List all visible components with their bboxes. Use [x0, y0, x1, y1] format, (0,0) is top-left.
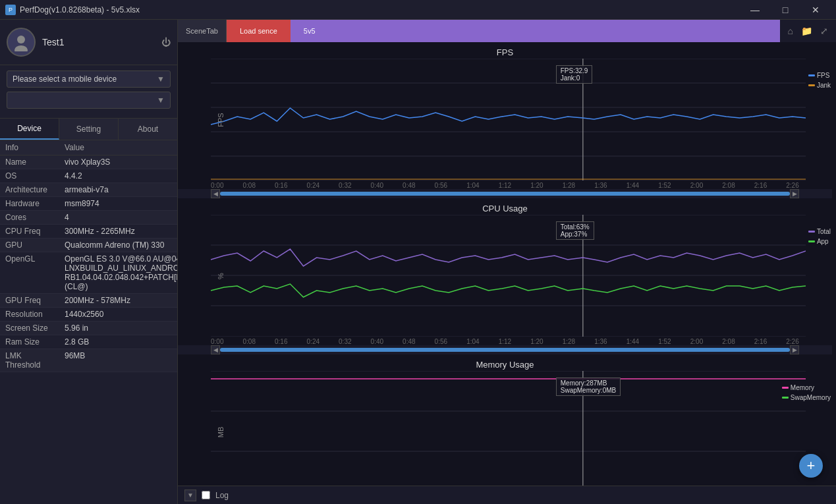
- info-cell: Architecture: [0, 183, 59, 197]
- minimize-button[interactable]: —: [740, 0, 770, 20]
- value-cell: OpenGL ES 3.0 V@66.0 AU@04.04.02.048.042…: [59, 252, 177, 294]
- value-cell: armeabi-v7a: [59, 183, 177, 197]
- cpu-scrollbar: ◀ ▶: [178, 345, 832, 354]
- left-panel: Test1 ⏻ Please select a mobile device ▼ …: [0, 20, 178, 504]
- chevron-down-icon-2: ▼: [157, 96, 165, 105]
- info-cell: Hardware: [0, 197, 59, 211]
- avatar: [7, 28, 36, 57]
- expand-icon[interactable]: ⤢: [819, 24, 829, 38]
- x-tick: 1:20: [530, 338, 543, 345]
- cpu-legend: Total App: [808, 228, 831, 248]
- chevron-down-icon: ▼: [157, 74, 165, 84]
- tab-bar: Device Setting About: [0, 119, 177, 140]
- memory-chart-body: MB Memory:287MBSwapMemory:0: [211, 371, 806, 486]
- info-cell: OpenGL: [0, 252, 59, 294]
- tab-device[interactable]: Device: [0, 119, 59, 140]
- cpu-scroll-right[interactable]: ▶: [790, 345, 799, 354]
- x-tick: 1:12: [499, 338, 511, 345]
- x-tick: 0:16: [275, 338, 287, 345]
- value-cell: 4: [59, 211, 177, 225]
- scene-tab-5v5[interactable]: 5v5: [291, 20, 780, 42]
- fps-scrollbar: ◀ ▶: [178, 189, 832, 198]
- fps-legend-jank: Jank: [817, 82, 831, 89]
- x-tick: 1:52: [658, 338, 671, 345]
- cpu-scrollbar-track[interactable]: [220, 348, 790, 352]
- x-tick: 0:40: [371, 182, 383, 189]
- table-row: OpenGLOpenGL ES 3.0 V@66.0 AU@04.04.02.0…: [0, 252, 177, 294]
- cpu-chart-title: CPU Usage: [178, 201, 832, 215]
- x-tick: 2:08: [722, 182, 735, 189]
- table-row: Namevivo Xplay3S: [0, 155, 177, 169]
- device-select-text: Please select a mobile device: [13, 74, 117, 84]
- x-tick: 1:28: [563, 182, 575, 189]
- info-cell: Ram Size: [0, 335, 59, 349]
- info-cell: Screen Size: [0, 322, 59, 335]
- cpu-chart-container: CPU Usage %: [178, 201, 832, 354]
- info-cell: GPU: [0, 238, 59, 252]
- fps-scroll-left[interactable]: ◀: [211, 189, 220, 198]
- cpu-scroll-left[interactable]: ◀: [211, 345, 220, 354]
- x-tick: 0:08: [243, 182, 256, 189]
- close-button[interactable]: ✕: [800, 0, 831, 20]
- main-layout: Test1 ⏻ Please select a mobile device ▼ …: [0, 20, 836, 504]
- window-controls: — □ ✕: [740, 0, 831, 20]
- info-cell: Cores: [0, 211, 59, 225]
- scene-tab-label: SceneTab: [178, 20, 227, 42]
- log-checkbox[interactable]: [202, 491, 210, 499]
- table-row: Cores4: [0, 211, 177, 225]
- scene-tab-load[interactable]: Load sence: [227, 20, 291, 42]
- x-tick: 0:32: [339, 338, 351, 345]
- charts-wrapper: ▶ FPS FPS: [178, 42, 836, 504]
- maximize-button[interactable]: □: [770, 0, 800, 20]
- x-tick: 0:24: [307, 338, 320, 345]
- fps-legend-fps: FPS: [817, 72, 829, 79]
- cpu-y-label: %: [217, 266, 225, 286]
- user-section: Test1 ⏻: [0, 20, 177, 65]
- x-tick: 1:28: [563, 338, 575, 345]
- x-tick: 1:04: [466, 338, 479, 345]
- table-row: Ram Size2.8 GB: [0, 335, 177, 349]
- title-bar: P PerfDog(v1.0.8268beta) - 5v5.xlsx — □ …: [0, 0, 836, 20]
- table-row: GPU Freq200MHz - 578MHz: [0, 294, 177, 308]
- memory-chart-container: Memory Usage MB: [178, 357, 832, 486]
- folder-icon[interactable]: 📁: [800, 24, 814, 38]
- add-chart-button[interactable]: +: [799, 454, 823, 478]
- x-tick: 1:12: [499, 182, 511, 189]
- device-select-section: Please select a mobile device ▼ ▼: [0, 65, 177, 119]
- info-cell: OS: [0, 169, 59, 183]
- value-cell: msm8974: [59, 197, 177, 211]
- x-tick: 1:36: [594, 182, 607, 189]
- col-header-value: Value: [59, 140, 177, 155]
- window-title: PerfDog(v1.0.8268beta) - 5v5.xlsx: [20, 5, 140, 14]
- charts-area: FPS FPS: [178, 42, 836, 486]
- value-cell: 1440x2560: [59, 308, 177, 322]
- power-icon[interactable]: ⏻: [161, 37, 171, 47]
- x-tick: 2:26: [786, 338, 798, 345]
- table-row: Screen Size5.96 in: [0, 322, 177, 335]
- fps-chart-body: FPS: [211, 59, 806, 181]
- device-select[interactable]: Please select a mobile device ▼: [7, 70, 171, 88]
- tab-setting[interactable]: Setting: [59, 119, 119, 140]
- value-cell: Qualcomm Adreno (TM) 330: [59, 238, 177, 252]
- secondary-select[interactable]: ▼: [7, 92, 171, 109]
- right-panel: SceneTab Load sence 5v5 ⌂ 📁 ⤢ ▶ FPS FPS: [178, 20, 836, 504]
- fps-scroll-right[interactable]: ▶: [790, 189, 799, 198]
- memory-y-label: MB: [217, 422, 225, 442]
- scroll-down-button[interactable]: ▼: [184, 490, 196, 501]
- value-cell: vivo Xplay3S: [59, 155, 177, 169]
- x-tick: 1:04: [466, 182, 479, 189]
- x-tick: 0:00: [211, 182, 223, 189]
- home-icon[interactable]: ⌂: [787, 24, 794, 38]
- tab-about[interactable]: About: [119, 119, 177, 140]
- x-tick: 1:44: [627, 182, 639, 189]
- scene-tabs: SceneTab Load sence 5v5 ⌂ 📁 ⤢: [178, 20, 836, 42]
- x-tick: 2:26: [786, 182, 798, 189]
- x-tick: 2:08: [722, 338, 735, 345]
- table-row: GPUQualcomm Adreno (TM) 330: [0, 238, 177, 252]
- x-tick: 0:32: [339, 182, 351, 189]
- cpu-legend-app: App: [817, 238, 829, 245]
- memory-chart-title: Memory Usage: [178, 357, 832, 371]
- fps-scrollbar-track[interactable]: [220, 192, 790, 196]
- info-table: Info Value Namevivo Xplay3SOS4.4.2Archit…: [0, 140, 177, 504]
- x-tick: 0:16: [275, 182, 287, 189]
